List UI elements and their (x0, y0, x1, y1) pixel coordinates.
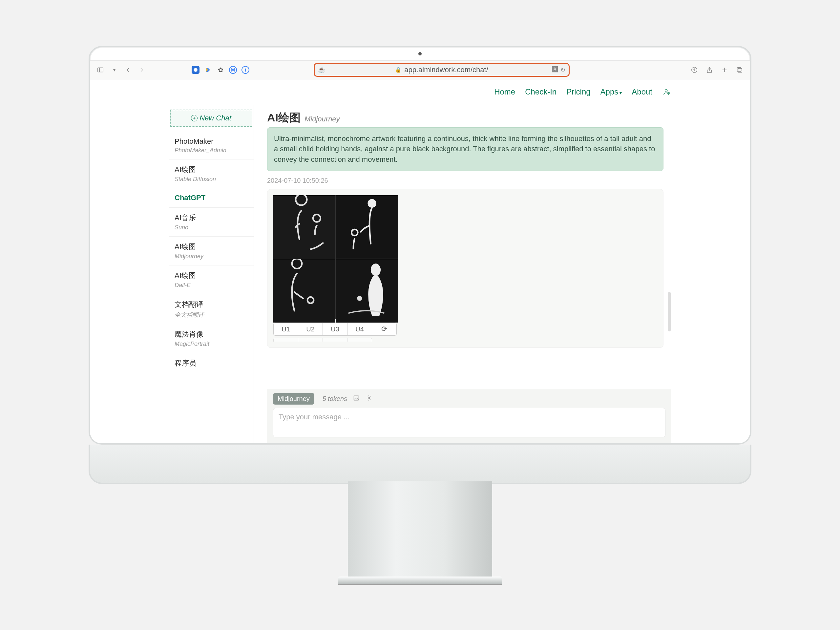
svg-point-12 (368, 199, 376, 208)
camera-bar (90, 47, 750, 60)
sidebar-item-sub: Suno (175, 224, 250, 231)
scrollbar[interactable] (668, 292, 671, 332)
sidebar-item-sub: 全文档翻译 (175, 311, 250, 319)
sidebar-item-suno[interactable]: AI音乐 Suno (169, 208, 254, 237)
browser-toolbar: ▾ ✿ M i ☕ 🔒 app.aimindwork.com/chat (90, 60, 750, 79)
sidebar-item-title: ChatGPT (175, 194, 250, 202)
app-body: + New Chat PhotoMaker PhotoMaker_Admin A… (90, 105, 750, 443)
imac-foot (338, 576, 502, 584)
nav-checkin[interactable]: Check-In (525, 87, 556, 96)
screen: ▾ ✿ M i ☕ 🔒 app.aimindwork.com/chat (88, 46, 752, 445)
sidebar-item-title: 文档翻译 (175, 300, 250, 309)
v-button[interactable] (322, 338, 347, 341)
chat-header: AI绘图 Midjourney (267, 105, 671, 127)
svg-point-15 (371, 264, 381, 276)
back-button[interactable] (123, 65, 133, 74)
input-placeholder: Type your message ... (279, 413, 349, 421)
v-button[interactable] (347, 338, 372, 341)
imac-frame: ▾ ✿ M i ☕ 🔒 app.aimindwork.com/chat (88, 46, 752, 584)
svg-rect-17 (354, 396, 359, 400)
chat-title: AI绘图 (267, 110, 300, 125)
chat-subtitle: Midjourney (305, 115, 340, 123)
gen-tile-1[interactable] (273, 195, 335, 259)
extension-icon[interactable]: ✿ (216, 66, 224, 74)
generation-grid[interactable] (273, 195, 398, 319)
sidebar-toggle-icon[interactable] (96, 65, 105, 74)
u2-button[interactable]: U2 (298, 322, 323, 336)
extension-icon[interactable]: M (229, 66, 237, 74)
chat-scroll[interactable]: Ultra-minimalist, monochrome artwork fea… (267, 127, 671, 389)
v-button[interactable] (273, 338, 298, 341)
chevron-down-icon[interactable]: ▾ (110, 65, 119, 74)
plus-icon: + (191, 115, 197, 122)
sidebar-item-dalle[interactable]: AI绘图 Dall-E (169, 265, 254, 294)
gen-tile-4[interactable] (336, 259, 398, 322)
gen-tile-2[interactable] (336, 195, 398, 259)
downloads-icon[interactable] (690, 65, 699, 74)
sidebar-item-chatgpt[interactable]: ChatGPT (169, 188, 254, 208)
extension-icon[interactable] (192, 66, 199, 74)
sidebar-item-sub: Midjourney (175, 253, 250, 260)
new-tab-icon[interactable] (720, 65, 729, 74)
sidebar-item-title: AI音乐 (175, 213, 250, 223)
upscale-row: U1 U2 U3 U4 ⟳ (273, 322, 657, 336)
imac-chin (88, 445, 752, 484)
main-panel: AI绘图 Midjourney Ultra-minimalist, monoch… (254, 105, 671, 443)
extension-icon[interactable] (204, 66, 212, 74)
svg-point-8 (665, 90, 668, 92)
message-timestamp: 2024-07-10 10:50:26 (267, 177, 663, 185)
message-input[interactable]: Type your message ... (273, 408, 665, 437)
reroll-button[interactable]: ⟳ (372, 322, 397, 336)
address-bar[interactable]: ☕ 🔒 app.aimindwork.com/chat/ 🅰 ↻ (314, 63, 570, 77)
sidebar-item-photomaker[interactable]: PhotoMaker PhotoMaker_Admin (169, 132, 254, 159)
sidebar-item-title: 魔法肖像 (175, 330, 250, 339)
top-nav: Home Check-In Pricing Apps About (90, 79, 750, 105)
sidebar-item-title: AI绘图 (175, 271, 250, 281)
sidebar-item-doctranslate[interactable]: 文档翻译 全文档翻译 (169, 294, 254, 324)
new-chat-label: New Chat (199, 114, 231, 122)
sidebar-item-sub: PhotoMaker_Admin (175, 147, 250, 154)
svg-rect-14 (336, 260, 398, 322)
sidebar-item-title: AI绘图 (175, 165, 250, 175)
nav-home[interactable]: Home (494, 87, 515, 96)
variation-row-partial (273, 338, 657, 341)
gen-tile-3[interactable] (273, 259, 335, 322)
sidebar: + New Chat PhotoMaker PhotoMaker_Admin A… (169, 105, 254, 443)
nav-pricing[interactable]: Pricing (566, 87, 590, 96)
new-chat-button[interactable]: + New Chat (170, 110, 252, 127)
generation-card: U1 U2 U3 U4 ⟳ (267, 189, 663, 348)
sidebar-item-sd[interactable]: AI绘图 Stable Diffusion (169, 159, 254, 188)
site-settings-icon[interactable]: ☕ (318, 66, 325, 74)
sidebar-item-title: 程序员 (175, 358, 250, 368)
sidebar-item-sub: MagicPortrait (175, 341, 250, 347)
tabs-icon[interactable] (735, 65, 744, 74)
v-button[interactable] (298, 338, 323, 341)
svg-point-19 (368, 397, 370, 399)
reload-icon[interactable]: ↻ (561, 66, 565, 74)
user-prompt: Ultra-minimalist, monochrome artwork fea… (267, 127, 663, 171)
image-icon[interactable] (353, 395, 360, 403)
u3-button[interactable]: U3 (322, 322, 347, 336)
url-text: app.aimindwork.com/chat/ (404, 66, 488, 74)
translate-icon[interactable]: 🅰 (552, 66, 558, 73)
svg-rect-6 (738, 68, 742, 72)
sidebar-item-magicportrait[interactable]: 魔法肖像 MagicPortrait (169, 324, 254, 353)
sidebar-item-title: PhotoMaker (175, 137, 250, 146)
user-icon[interactable] (662, 87, 671, 96)
model-pill[interactable]: Midjourney (273, 393, 314, 404)
u4-button[interactable]: U4 (347, 322, 372, 336)
share-icon[interactable] (705, 65, 714, 74)
svg-point-16 (357, 296, 362, 301)
imac-stand (348, 482, 492, 576)
gear-icon[interactable] (366, 395, 372, 403)
extension-icon[interactable]: i (242, 66, 249, 74)
sidebar-item-sub: Stable Diffusion (175, 176, 250, 183)
lock-icon: 🔒 (395, 66, 402, 73)
svg-rect-0 (98, 68, 103, 72)
forward-button[interactable] (137, 65, 146, 74)
nav-about[interactable]: About (632, 87, 652, 96)
nav-apps[interactable]: Apps (600, 87, 622, 96)
sidebar-item-midjourney[interactable]: AI绘图 Midjourney (169, 237, 254, 265)
sidebar-item-programmer[interactable]: 程序员 (169, 353, 254, 373)
u1-button[interactable]: U1 (273, 322, 298, 336)
